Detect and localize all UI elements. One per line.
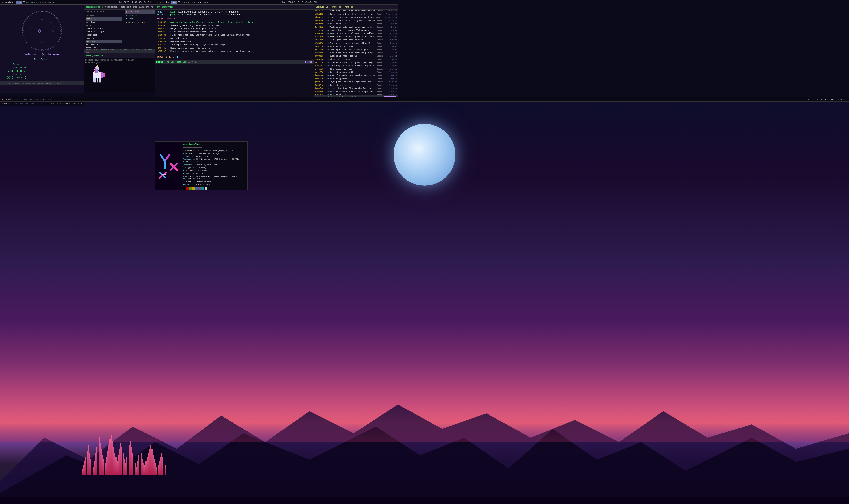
filebrowser-path: /home/emmet/.dotfiles/themes/uwunicorn-y… bbox=[104, 6, 153, 8]
gitlog-row-17: c1e7253 ● I finally got agenda + syncthi… bbox=[314, 64, 398, 68]
qute-menu-quickmarks[interactable]: [b] [Quickmarks] bbox=[6, 66, 78, 69]
cursor-blink: █ bbox=[177, 56, 178, 58]
spec-bar-21 bbox=[107, 451, 108, 475]
pokemon-titlebar: emmet@snowfire: bbox=[84, 53, 155, 58]
qute-menu-closetab[interactable]: [x] [Close tab] bbox=[6, 76, 78, 79]
top-bar-left-upper-right: ▶ Youtube 100% ☰ 59% 10% 100% 1% ■ 11% ≡ bbox=[157, 1, 209, 3]
filebrowser-window: emmet@snowfire: /home/emmet/.dotfiles/th… bbox=[84, 4, 161, 53]
gitlog-row-22: p500950 ● Trying some new power optimiza… bbox=[314, 80, 398, 84]
spec-bar-7 bbox=[90, 460, 91, 475]
gitlog-row-26: b3c77da ● Updated system Emmet 3 weeks bbox=[314, 93, 398, 95]
commit-6: a950d60 Removed some bloat bbox=[157, 40, 312, 43]
spec-bar-62 bbox=[156, 467, 157, 475]
spec-bar-14 bbox=[98, 437, 100, 475]
neofetch-os: OS: NixOS 23.11.20231102.fa098ad (Tapir)… bbox=[183, 149, 246, 152]
spec-bar-52 bbox=[144, 465, 145, 475]
gitlog-row-18: df4eee8 ● 3d printing is cool Emmet 1 we… bbox=[314, 68, 398, 71]
svg-rect-28 bbox=[97, 78, 98, 83]
neofetch-art bbox=[155, 142, 182, 190]
gitlog-row-15: 79a521c ● Added magit-todos Emmet 1 week bbox=[314, 58, 398, 61]
commit-9: a2650a0 Reverted to original uwunicorn w… bbox=[157, 50, 312, 53]
qute-statusbar: file:///home/emmet/.browser/Tech/config/… bbox=[0, 81, 84, 85]
spec-bar-20 bbox=[106, 457, 107, 475]
gitlog-list: 1f4c83a ● Switching back to gh as screen… bbox=[314, 10, 398, 95]
file-row-yaml[interactable]: selenized-dark bbox=[86, 27, 123, 31]
pokemon-title: emmet@snowfire: bbox=[86, 55, 104, 57]
bottom-yt-icon: ▶ bbox=[2, 103, 3, 105]
gitlog-row-21: bb01040 ● Updated pypyland Emmet 2 weeks bbox=[314, 77, 398, 80]
spec-bar-54 bbox=[147, 457, 148, 475]
spec-bar-69 bbox=[165, 465, 166, 475]
fb-status-left: drwxr-xr-x 1 emmet users 5 528 14:05 528… bbox=[86, 49, 160, 53]
spec-bar-68 bbox=[164, 461, 164, 475]
spec-bar-10 bbox=[94, 461, 95, 475]
div-datetime: Sat 2023-11-04 02:13:20 PM bbox=[816, 98, 847, 101]
spec-bar-59 bbox=[153, 455, 153, 475]
pokemon-command: pokemon-colorscripts -n rapidash -f gala… bbox=[85, 59, 153, 61]
spec-bar-32 bbox=[120, 444, 121, 475]
file-row-sel-light[interactable]: selenized-light bbox=[86, 30, 123, 34]
spec-bar-36 bbox=[125, 463, 126, 475]
gitlog-row-20: b064070 ● Fixes for waybar and patched c… bbox=[314, 74, 398, 77]
pokemon-name: rapidash-galar bbox=[85, 62, 153, 64]
spec-bar-42 bbox=[132, 453, 133, 475]
recent-commits-label: Recent commits bbox=[157, 17, 312, 20]
spec-bar-29 bbox=[117, 461, 118, 475]
spec-bar-3 bbox=[85, 457, 86, 475]
gitlog-row-8: c2a1840 ● Extra detail on adding unstabl… bbox=[314, 35, 398, 39]
file-row-windows[interactable]: windows-95 bbox=[86, 43, 123, 47]
git-content: Head: main main Fixed all screenshots to… bbox=[155, 10, 314, 60]
svg-rect-15 bbox=[53, 30, 54, 31]
spec-bar-41 bbox=[131, 447, 132, 475]
file-row-ubuntu[interactable]: ubuntu bbox=[86, 37, 123, 40]
datetime-upper-right: Sat 2023-11-04 02:13:20 PM bbox=[282, 1, 317, 3]
qute-menu-history[interactable]: [S-h] [History] bbox=[6, 69, 78, 73]
pokemon-window: emmet@snowfire: pokemon-colorscripts -n … bbox=[84, 53, 155, 92]
theme-dir-polarity[interactable]: polarity.txt bbox=[86, 17, 123, 21]
div-yt-label: Youtube bbox=[4, 98, 13, 101]
file-row-readme[interactable]: ald-hope bbox=[86, 21, 123, 24]
divider-bar: ▶ Youtube 100% ☰ 59% 10% 100% 1% ■ 11% ≡… bbox=[0, 97, 849, 102]
qute-menu-newtab[interactable]: [t] [New tab] bbox=[6, 73, 78, 76]
commit-0: dee0888 main gitea/main gitlab/main gith… bbox=[157, 21, 312, 24]
spec-bar-16 bbox=[101, 449, 102, 475]
spec-bar-22 bbox=[108, 446, 109, 475]
svg-line-8 bbox=[51, 39, 56, 44]
spec-bar-49 bbox=[141, 453, 142, 475]
magit-label: Magit bbox=[305, 61, 312, 64]
gitlog-title: Commits in --branches --remotes bbox=[316, 6, 353, 8]
spec-bar-17 bbox=[102, 455, 103, 475]
spec-bar-24 bbox=[111, 435, 112, 475]
youtube-label-upper-right: Youtube bbox=[160, 1, 169, 3]
spec-bar-13 bbox=[97, 442, 98, 475]
gitlog-row-11: 0c5186c ● Updated install notes Emmet 1 … bbox=[314, 45, 398, 49]
spec-bar-31 bbox=[119, 449, 120, 475]
file-row-uwunicorn[interactable]: uwunicorn bbox=[86, 40, 123, 43]
neofetch-logo bbox=[157, 152, 179, 179]
gitlog-row-25: e4e503c ● Updated uwunicorn theme wallpa… bbox=[314, 90, 398, 93]
svg-rect-14 bbox=[41, 19, 43, 20]
neofetch-colors bbox=[183, 187, 246, 190]
gitlog-window: Commits in --branches --remotes 1f4c83a … bbox=[314, 4, 398, 100]
file-row-woodland[interactable]: woodland bbox=[86, 47, 123, 49]
qute-welcome: Welcome to Qutebrowser bbox=[2, 53, 82, 57]
svg-text:Q: Q bbox=[38, 29, 41, 34]
spec-bar-33 bbox=[121, 447, 122, 475]
spec-bar-45 bbox=[136, 467, 137, 475]
div-yt-icon: ▶ bbox=[2, 98, 3, 101]
qutebrowser-window: Q Welcome to Qutebrowser Tech Profile [o… bbox=[0, 4, 84, 93]
neofetch-uptime: Uptime: 10 hours, 35 mins bbox=[183, 155, 246, 158]
qute-menu-search[interactable]: [o] [Search] bbox=[6, 63, 78, 66]
dir-listing: background256.txt system polarity.txt al… bbox=[84, 10, 124, 49]
spec-bar-40 bbox=[130, 442, 131, 475]
moon bbox=[394, 124, 455, 186]
gitlog-row-23: 5a946a4 ● Updated system Emmet 2 weeks bbox=[314, 84, 398, 87]
commit-4: 0700c8d Fixes flake not building when fl… bbox=[157, 34, 312, 37]
file-row-spacedust[interactable]: spacedust bbox=[86, 34, 123, 37]
git-head: Head: main main Fixed all screenshots to… bbox=[157, 11, 312, 13]
gitlog-row-10: c70945e ● Fix for nix parser on install.… bbox=[314, 42, 398, 45]
filebrowser-statusbar: drwxr-xr-x 1 emmet users 5 528 14:05 528… bbox=[84, 49, 161, 53]
file-row-license[interactable]: atom bbox=[86, 24, 123, 27]
svg-rect-29 bbox=[99, 78, 101, 83]
neofetch-theme: Theme: adw-gtk3 [GTK2/3] bbox=[183, 169, 246, 172]
